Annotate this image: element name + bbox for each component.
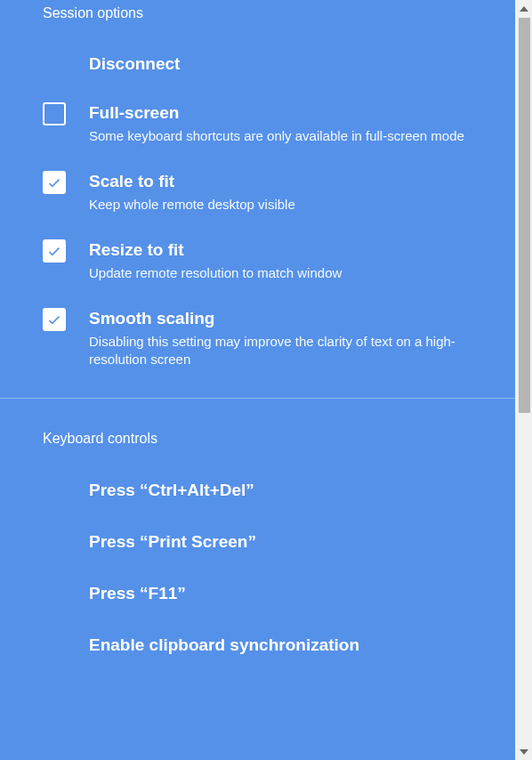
keyboard-controls-title: Keyboard controls xyxy=(0,424,515,465)
smooth-scaling-label: Smooth scaling xyxy=(89,308,472,330)
fullscreen-option[interactable]: Full-screen Some keyboard shortcuts are … xyxy=(0,90,515,158)
smooth-scaling-text: Smooth scaling Disabling this setting ma… xyxy=(89,308,472,369)
session-options-title: Session options xyxy=(0,0,515,39)
disconnect-button[interactable]: Disconnect xyxy=(0,39,515,90)
scrollbar-up-arrow-icon[interactable] xyxy=(515,0,532,17)
press-print-screen-label: Press “Print Screen” xyxy=(89,532,472,552)
scale-to-fit-checkbox[interactable] xyxy=(43,171,66,194)
check-icon xyxy=(46,243,62,259)
options-panel: Session options Disconnect Full-screen S… xyxy=(0,0,515,760)
chevron-up-icon xyxy=(520,6,528,12)
resize-to-fit-desc: Update remote resolution to match window xyxy=(89,264,472,282)
enable-clipboard-sync-button[interactable]: Enable clipboard synchronization xyxy=(0,619,515,671)
check-icon xyxy=(46,311,62,327)
smooth-scaling-checkbox[interactable] xyxy=(43,308,66,331)
scale-to-fit-label: Scale to fit xyxy=(89,171,472,193)
resize-to-fit-option[interactable]: Resize to fit Update remote resolution t… xyxy=(0,227,515,295)
keyboard-controls-section: Keyboard controls Press “Ctrl+Alt+Del” P… xyxy=(0,399,515,671)
scrollbar-thumb[interactable] xyxy=(519,18,530,413)
press-ctrl-alt-del-label: Press “Ctrl+Alt+Del” xyxy=(89,481,472,500)
press-print-screen-button[interactable]: Press “Print Screen” xyxy=(0,516,515,568)
smooth-scaling-checkbox-wrap[interactable] xyxy=(43,308,66,331)
fullscreen-text: Full-screen Some keyboard shortcuts are … xyxy=(89,102,472,146)
scale-to-fit-checkbox-wrap[interactable] xyxy=(43,171,66,194)
scrollbar-down-arrow-icon[interactable] xyxy=(515,743,532,760)
resize-to-fit-checkbox[interactable] xyxy=(43,239,66,263)
resize-to-fit-label: Resize to fit xyxy=(89,239,472,262)
disconnect-text: Disconnect xyxy=(89,53,472,76)
scale-to-fit-text: Scale to fit Keep whole remote desktop v… xyxy=(89,171,472,214)
chevron-down-icon xyxy=(520,749,528,755)
fullscreen-checkbox[interactable] xyxy=(43,102,66,125)
fullscreen-checkbox-wrap[interactable] xyxy=(43,102,66,125)
scale-to-fit-desc: Keep whole remote desktop visible xyxy=(89,196,472,214)
check-icon xyxy=(46,174,62,190)
scrollbar-track[interactable] xyxy=(515,0,532,760)
resize-to-fit-checkbox-wrap[interactable] xyxy=(43,239,66,263)
smooth-scaling-option[interactable]: Smooth scaling Disabling this setting ma… xyxy=(0,295,515,382)
press-f11-button[interactable]: Press “F11” xyxy=(0,568,515,619)
session-options-section: Session options Disconnect Full-screen S… xyxy=(0,0,515,382)
smooth-scaling-desc: Disabling this setting may improve the c… xyxy=(89,333,472,369)
enable-clipboard-sync-label: Enable clipboard synchronization xyxy=(89,635,472,655)
scale-to-fit-option[interactable]: Scale to fit Keep whole remote desktop v… xyxy=(0,158,515,227)
press-f11-label: Press “F11” xyxy=(89,584,472,603)
resize-to-fit-text: Resize to fit Update remote resolution t… xyxy=(89,239,472,283)
fullscreen-desc: Some keyboard shortcuts are only availab… xyxy=(89,127,472,145)
fullscreen-label: Full-screen xyxy=(89,102,472,125)
disconnect-label: Disconnect xyxy=(89,53,472,76)
press-ctrl-alt-del-button[interactable]: Press “Ctrl+Alt+Del” xyxy=(0,465,515,516)
